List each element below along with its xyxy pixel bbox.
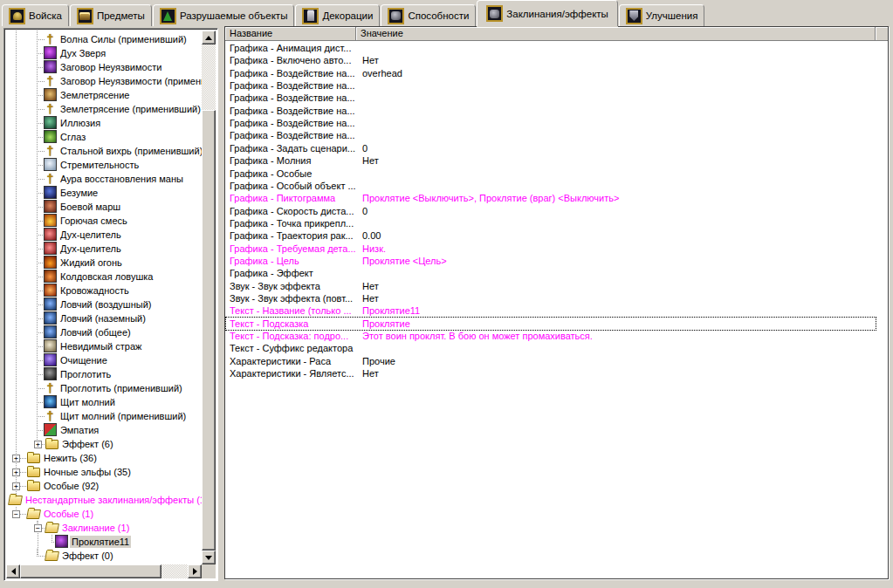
expand-icon[interactable]: + — [12, 482, 20, 490]
property-row[interactable]: Графика - Точка прикрепл... — [226, 217, 876, 229]
property-name-cell[interactable]: Графика - Воздействие на... — [230, 129, 359, 141]
property-value-cell[interactable]: Прочие — [362, 355, 876, 367]
property-row[interactable]: Графика - Воздействие на... — [226, 92, 876, 104]
property-row[interactable]: Звук - Звук эффекта (повт...Нет — [226, 292, 876, 304]
property-row[interactable]: Графика - Воздействие на... — [226, 117, 876, 129]
property-value-cell[interactable]: overhead — [362, 67, 876, 79]
property-row[interactable]: Текст - Подсказка: подро...Этот воин про… — [226, 330, 876, 342]
tree-vertical-scrollbar[interactable] — [202, 31, 216, 564]
hscroll-thumb[interactable] — [20, 564, 161, 578]
property-row[interactable]: Графика - ЦельПроклятие <Цель> — [226, 255, 876, 267]
tree-folder[interactable]: −Особые (1) — [6, 507, 202, 521]
property-value-cell[interactable]: Нет — [362, 292, 876, 304]
tree-item[interactable]: Очищение — [6, 353, 202, 367]
property-row[interactable]: Текст - Суффикс редактора — [226, 342, 876, 354]
vscroll-track[interactable] — [202, 44, 216, 110]
tree-item[interactable]: Кровожадность — [6, 284, 202, 297]
tree-folder[interactable]: +Нежить (36) — [6, 451, 202, 465]
property-row[interactable]: Характеристики - РасаПрочие — [226, 355, 876, 367]
tree-item[interactable]: Невидимый страж — [6, 339, 202, 353]
property-row[interactable]: Графика - Воздействие на... — [226, 105, 876, 117]
property-value-cell[interactable]: 0 — [362, 142, 876, 154]
properties-grid[interactable]: Графика - Анимация дист...Графика - Вклю… — [225, 42, 888, 578]
property-name-cell[interactable]: Графика - Пиктограмма — [230, 192, 359, 204]
tree-folder[interactable]: +Ночные эльфы (35) — [6, 465, 202, 479]
property-name-cell[interactable]: Графика - Молния — [230, 154, 359, 167]
column-header-value[interactable]: Значение — [356, 27, 876, 41]
tree-item[interactable]: Проглотить (применивший) — [6, 381, 202, 395]
tree-folder[interactable]: −Заклинание (1) — [6, 521, 202, 535]
tree-item[interactable]: Заговор Неуязвимости — [6, 60, 202, 74]
expand-icon[interactable]: + — [12, 455, 20, 462]
property-name-cell[interactable]: Графика - Воздействие на... — [230, 117, 359, 129]
tree-item[interactable]: Землетрясение (применивший) — [6, 102, 202, 116]
property-name-cell[interactable]: Текст - Подсказка — [230, 318, 359, 330]
property-name-cell[interactable]: Текст - Название (только ... — [230, 304, 359, 317]
tree-folder[interactable]: Эффект (0) — [6, 549, 202, 563]
property-row[interactable]: Графика - Задать сценари...0 — [226, 142, 876, 154]
property-name-cell[interactable]: Графика - Скорость диста... — [230, 205, 359, 217]
tree-item[interactable]: Горючая смесь — [6, 214, 202, 228]
tree-item[interactable]: Аура восстановления маны — [6, 172, 202, 186]
tree-item[interactable]: Дух-целитель — [6, 228, 202, 242]
tab-items[interactable]: Предметы — [70, 4, 152, 26]
property-value-cell[interactable]: Этот воин проклят. В бою он может промах… — [362, 330, 876, 342]
collapse-icon[interactable]: − — [34, 524, 42, 532]
scroll-up-button[interactable] — [202, 31, 216, 44]
tree-item[interactable]: Стремительность — [6, 158, 202, 172]
tree-item[interactable]: Щит молний — [6, 395, 202, 409]
property-row[interactable]: Графика - Траектория рак...0.00 — [226, 229, 876, 242]
tree-item[interactable]: Ловчий (общее) — [6, 325, 202, 339]
collapse-icon[interactable]: − — [12, 510, 20, 518]
tree-item[interactable]: Проклятие11 — [6, 535, 202, 549]
property-row[interactable]: Графика - Эффект — [226, 267, 876, 279]
property-value-cell[interactable]: Низк. — [362, 243, 876, 255]
tree-item[interactable]: Сглаз — [6, 130, 202, 144]
tab-spells-effects[interactable]: Заклинания/эффекты — [477, 0, 617, 26]
property-name-cell[interactable]: Характеристики - Являетс... — [230, 367, 359, 379]
property-name-cell[interactable]: Графика - Особый объект ... — [230, 180, 359, 192]
property-row[interactable]: Графика - ПиктограммаПроклятие <Выключит… — [226, 192, 876, 204]
property-value-cell[interactable]: Проклятие — [362, 318, 876, 330]
tab-upgrades[interactable]: Улучшения — [619, 4, 705, 26]
property-name-cell[interactable]: Текст - Суффикс редактора — [230, 342, 359, 354]
property-value-cell[interactable]: Проклятие <Выключить>, Проклятие (враг) … — [362, 192, 876, 204]
scroll-left-button[interactable] — [6, 564, 20, 578]
tree-item[interactable]: Колдовская ловушка — [6, 270, 202, 284]
property-name-cell[interactable]: Графика - Задать сценари... — [230, 142, 359, 154]
scroll-right-button[interactable] — [188, 564, 202, 578]
tab-doodads[interactable]: Декорации — [295, 4, 380, 26]
tree-folder[interactable]: +Эффект (6) — [6, 437, 202, 451]
tree-horizontal-scrollbar[interactable] — [6, 564, 202, 578]
property-name-cell[interactable]: Графика - Цель — [230, 255, 359, 267]
column-header-name[interactable]: Название — [225, 27, 356, 41]
property-name-cell[interactable]: Графика - Особые — [230, 168, 359, 180]
property-row[interactable]: Графика - Воздействие на...overhead — [226, 67, 876, 79]
property-row[interactable]: Текст - ПодсказкаПроклятие — [226, 318, 876, 330]
property-row[interactable]: Графика - Анимация дист... — [226, 42, 876, 54]
property-name-cell[interactable]: Звук - Звук эффекта (повт... — [230, 292, 359, 304]
property-name-cell[interactable]: Графика - Воздействие на... — [230, 79, 359, 92]
property-value-cell[interactable]: Нет — [362, 367, 876, 379]
property-name-cell[interactable]: Графика - Воздействие на... — [230, 105, 359, 117]
property-name-cell[interactable]: Графика - Точка прикрепл... — [230, 217, 359, 229]
tree-item[interactable]: Ловчий (наземный) — [6, 311, 202, 325]
scroll-down-button[interactable] — [202, 550, 216, 564]
tree-item[interactable]: Щит молний (применивший) — [6, 409, 202, 423]
tree-item[interactable]: Ловчий (воздушный) — [6, 297, 202, 311]
property-row[interactable]: Звук - Звук эффектаНет — [226, 280, 876, 292]
property-value-cell[interactable]: Нет — [362, 54, 876, 66]
object-tree[interactable]: Волна Силы (применивший)Дух ЗверяЗаговор… — [6, 31, 202, 564]
property-value-cell[interactable]: 0.00 — [362, 229, 876, 242]
tree-item[interactable]: Дух Зверя — [6, 46, 202, 60]
tab-destructibles[interactable]: Разрушаемые объекты — [153, 4, 295, 26]
tree-item[interactable]: Иллюзия — [6, 116, 202, 130]
tree-item[interactable]: Проглотить — [6, 367, 202, 381]
expand-icon[interactable]: + — [34, 441, 42, 448]
property-row[interactable]: Графика - МолнияНет — [226, 154, 876, 167]
property-row[interactable]: Графика - Скорость диста...0 — [226, 205, 876, 217]
property-name-cell[interactable]: Текст - Подсказка: подро... — [230, 330, 359, 342]
property-value-cell[interactable]: Нет — [362, 154, 876, 167]
property-value-cell[interactable]: 0 — [362, 205, 876, 217]
tree-item[interactable]: Стальной вихрь (применивший) — [6, 144, 202, 158]
